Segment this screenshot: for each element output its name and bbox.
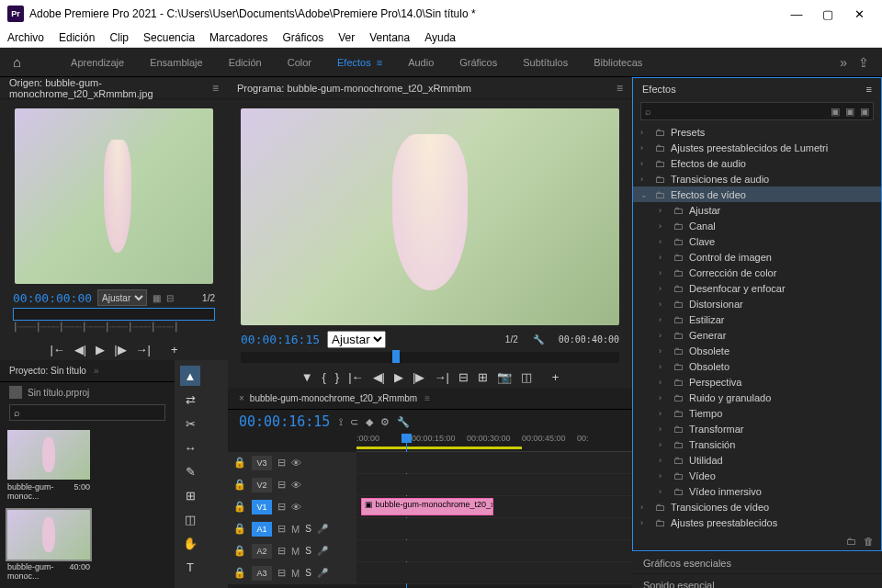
settings-icon[interactable]: ⚙ [380,416,390,428]
home-icon[interactable]: ⌂ [13,54,21,70]
effect-folder[interactable]: ›🗀Presets [633,124,881,140]
disclosure-icon[interactable]: › [659,409,668,418]
effect-folder[interactable]: ›🗀Vídeo [633,468,881,483]
track-lane[interactable] [356,474,632,495]
effect-folder[interactable]: ›🗀Transiciones de vídeo [633,499,881,514]
compare-icon[interactable]: ◫ [521,370,532,384]
disclosure-icon[interactable]: › [659,424,668,434]
menu-gráficos[interactable]: Gráficos [282,31,323,44]
go-out-icon[interactable]: →| [434,370,448,384]
workspace-aprendizaje[interactable]: Aprendizaje [58,48,137,76]
workspace-bibliotecas[interactable]: Bibliotecas [581,48,655,76]
lock-icon[interactable]: 🔒 [233,523,246,535]
menu-clip[interactable]: Clip [109,31,129,44]
tool-5[interactable]: ⊞ [180,485,200,505]
track-toggle[interactable]: V1 [252,500,272,514]
play-icon[interactable]: ▶ [96,343,105,356]
add-button-icon[interactable]: + [171,343,178,356]
step-fwd-icon[interactable]: |▶ [413,370,424,384]
disclosure-icon[interactable]: › [659,378,668,387]
panel-menu-icon[interactable]: ≡ [866,84,872,95]
disclosure-icon[interactable]: › [640,518,650,527]
workspace-gráficos[interactable]: Gráficos [447,48,510,76]
workspace-color[interactable]: Color [275,48,324,76]
wrench-icon[interactable]: 🔧 [397,416,410,428]
grid-icon[interactable]: ▦ [153,293,161,303]
disclosure-icon[interactable]: › [640,143,650,153]
fx-badge-icon[interactable]: ▣ [860,106,869,118]
tool-7[interactable]: ✋ [180,533,200,553]
disclosure-icon[interactable]: › [659,440,668,449]
effect-folder[interactable]: ›🗀Ajustar [633,202,881,218]
panel-menu-icon[interactable]: ≡ [212,82,219,95]
disclosure-icon[interactable]: › [659,331,668,340]
marker-icon[interactable]: ▼ [301,370,313,384]
menu-archivo[interactable]: Archivo [7,31,44,44]
source-timecode[interactable]: 00:00:00:00 [13,291,92,305]
effect-folder[interactable]: ›🗀Transiciones de audio [633,171,881,187]
workspace-ensamblaje[interactable]: Ensamblaje [137,48,215,76]
tool-1[interactable]: ⇄ [180,390,200,410]
effect-folder[interactable]: ›🗀Ajustes preestablecidos [633,514,881,530]
effect-folder[interactable]: ›🗀Desenfocar y enfocar [633,280,881,296]
snap-icon[interactable]: ⟟ [339,416,343,428]
solo-icon[interactable]: S [305,546,311,556]
effect-folder[interactable]: ›🗀Clave [633,233,881,249]
tool-3[interactable]: ↔ [180,437,200,458]
effect-folder[interactable]: ›🗀Efectos de audio [633,155,881,171]
effect-folder[interactable]: ›🗀Generar [633,327,881,343]
source-zoom[interactable]: 1/2 [202,293,215,303]
effect-folder[interactable]: ›🗀Control de imagen [633,249,881,265]
step-back-icon[interactable]: ◀| [74,343,86,356]
disclosure-icon[interactable]: › [659,300,668,309]
effect-folder[interactable]: ›🗀Corrección de color [633,265,881,280]
disclosure-icon[interactable]: › [659,487,668,496]
program-ruler[interactable] [241,352,619,363]
tool-6[interactable]: ◫ [180,509,200,529]
track-toggle[interactable]: A3 [252,566,272,581]
link-icon[interactable]: ⊂ [350,416,358,428]
lock-icon[interactable]: 🔒 [233,457,246,469]
effect-folder[interactable]: ⌄🗀Efectos de vídeo [633,187,881,202]
effect-folder[interactable]: ›🗀Vídeo inmersivo [633,483,881,499]
effect-folder[interactable]: ›🗀Ruido y granulado [633,390,881,405]
panel-tab[interactable]: Sonido esencial [632,573,882,588]
program-fit-select[interactable]: Ajustar [327,331,386,348]
disclosure-icon[interactable]: › [659,471,668,481]
menu-edición[interactable]: Edición [59,31,95,44]
project-search[interactable]: ⌕ [9,404,165,421]
wrench-icon[interactable]: 🔧 [533,334,544,345]
source-fit-select[interactable]: Ajustar [97,289,147,306]
menu-ayuda[interactable]: Ayuda [424,31,456,44]
overflow-icon[interactable]: » [840,55,847,70]
program-image[interactable] [241,108,619,325]
effect-folder[interactable]: ›🗀Distorsionar [633,296,881,311]
go-in-icon[interactable]: |← [348,370,363,384]
timeline-ruler[interactable]: :00:0000:00:15:0000:00:30:0000:00:45:000… [356,434,632,452]
lock-icon[interactable]: 🔒 [233,567,246,579]
tool-8[interactable]: T [180,557,200,577]
timeline-timecode[interactable]: 00:00:16:15 [239,413,330,430]
effect-folder[interactable]: ›🗀Obsolete [633,343,881,358]
menu-ventana[interactable]: Ventana [369,31,410,44]
tool-0[interactable]: ▲ [180,366,200,386]
playhead-icon[interactable] [392,350,400,363]
mute-icon[interactable]: M [291,546,300,557]
effect-folder[interactable]: ›🗀Obsoleto [633,358,881,374]
out-icon[interactable]: } [335,370,339,384]
lock-icon[interactable]: 🔒 [233,545,246,557]
disclosure-icon[interactable]: › [659,221,668,231]
disclosure-icon[interactable]: › [659,456,668,465]
lock-icon[interactable]: 🔒 [233,479,246,491]
trash-icon[interactable]: 🗑 [864,536,874,547]
program-zoom[interactable]: 1/2 [505,334,518,345]
extract-icon[interactable]: ⊞ [478,370,488,384]
tool-2[interactable]: ✂ [180,413,200,434]
effect-folder[interactable]: ›🗀Transición [633,436,881,452]
track-toggle[interactable]: V2 [252,478,272,492]
disclosure-icon[interactable]: › [659,393,668,402]
track-lane[interactable] [356,562,632,583]
workspace-audio[interactable]: Audio [395,48,447,76]
sync-icon[interactable]: ⊟ [277,479,286,491]
sync-icon[interactable]: ⊟ [277,567,286,579]
